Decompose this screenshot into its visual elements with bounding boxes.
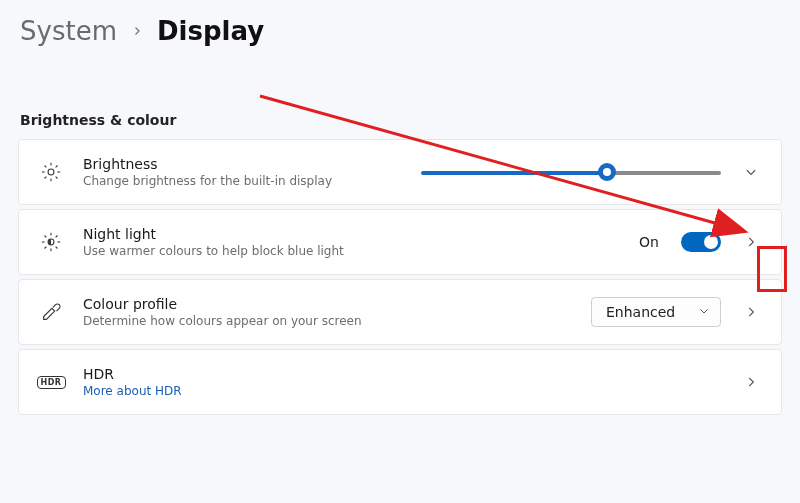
row-colour-profile[interactable]: Colour profile Determine how colours app… [18,279,782,345]
svg-line-15 [56,247,58,249]
eyedropper-icon [37,301,65,323]
svg-point-0 [48,169,54,175]
dropdown-value: Enhanced [606,304,675,320]
row-night-light[interactable]: Night light Use warmer colours to help b… [18,209,782,275]
section-title-brightness-colour: Brightness & colour [0,52,800,134]
night-light-state-label: On [639,234,659,250]
expand-brightness-button[interactable] [739,160,763,184]
toggle-knob [704,235,718,249]
brightness-title: Brightness [83,156,332,172]
row-brightness[interactable]: Brightness Change brightness for the bui… [18,139,782,205]
night-light-sub: Use warmer colours to help block blue li… [83,244,344,258]
open-night-light-button[interactable] [739,230,763,254]
night-light-icon [37,231,65,253]
sun-icon [37,161,65,183]
colour-profile-sub: Determine how colours appear on your scr… [83,314,362,328]
page-title: Display [157,16,264,46]
svg-line-17 [56,235,58,237]
chevron-right-icon [131,24,143,40]
open-hdr-button[interactable] [739,370,763,394]
open-colour-profile-button[interactable] [739,300,763,324]
night-light-toggle[interactable] [681,232,721,252]
svg-line-7 [44,177,46,179]
slider-fill [421,171,607,175]
slider-thumb[interactable] [598,163,616,181]
colour-profile-title: Colour profile [83,296,362,312]
row-hdr[interactable]: HDR HDR More about HDR [18,349,782,415]
brightness-slider[interactable] [421,162,721,182]
svg-line-8 [56,165,58,167]
colour-profile-dropdown[interactable]: Enhanced [591,297,721,327]
svg-line-5 [44,165,46,167]
breadcrumb: System Display [0,0,800,52]
svg-line-16 [44,247,46,249]
svg-line-14 [44,235,46,237]
brightness-sub: Change brightness for the built-in displ… [83,174,332,188]
hdr-icon: HDR [37,376,65,389]
settings-panel: Brightness Change brightness for the bui… [18,134,782,420]
breadcrumb-parent[interactable]: System [20,16,117,46]
hdr-more-link[interactable]: More about HDR [83,384,182,398]
hdr-title: HDR [83,366,182,382]
chevron-down-icon [698,304,710,320]
night-light-title: Night light [83,226,344,242]
slider-rest [607,171,721,175]
svg-line-6 [56,177,58,179]
